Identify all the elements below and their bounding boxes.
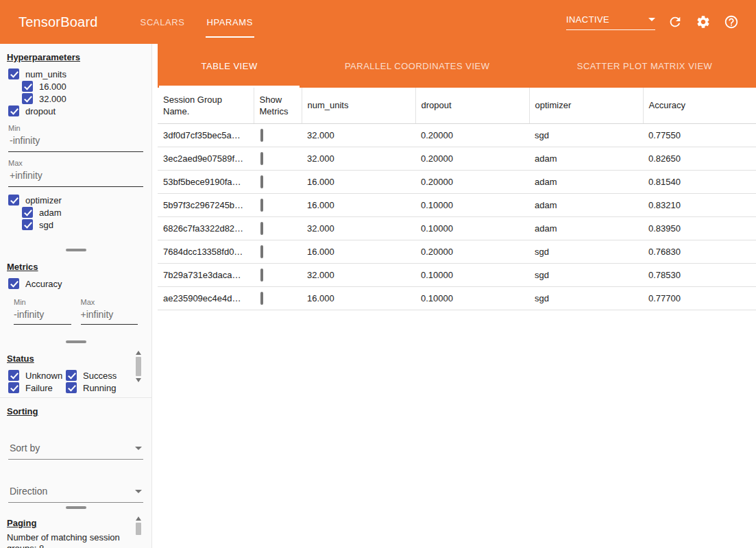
sgd-checkbox[interactable] <box>22 219 33 230</box>
dropout-cell: 0.20000 <box>415 170 529 193</box>
num-units-cell: 32.000 <box>302 147 415 170</box>
tab-table-view[interactable]: TABLE VIEW <box>158 44 301 88</box>
tab-hparams[interactable]: HPARAMS <box>196 0 265 44</box>
show-metrics-checkbox[interactable] <box>260 222 263 235</box>
checkbox-label: Success <box>83 371 117 381</box>
session-group-name-cell: 5b97f3c2967245b… <box>158 193 254 216</box>
show-metrics-checkbox[interactable] <box>260 292 263 305</box>
view-tabs: TABLE VIEW PARALLEL COORDINATES VIEW SCA… <box>158 44 756 88</box>
metric-max-label: Max <box>81 298 138 306</box>
metric-accuracy-row[interactable]: Accuracy <box>7 277 145 290</box>
num-units-cell: 16.000 <box>302 193 415 216</box>
sort-by-value: Sort by <box>10 443 40 453</box>
panel-resize-handle[interactable] <box>0 247 151 253</box>
hparam-optimizer-row[interactable]: optimizer <box>7 194 145 206</box>
col-header-show-metrics: Show Metrics <box>254 88 302 123</box>
show-metrics-checkbox[interactable] <box>260 245 263 258</box>
dashboard-tabs: SCALARS HPARAMS <box>130 0 264 44</box>
run-status-value: INACTIVE <box>566 14 609 25</box>
metric-max-input[interactable]: +infinity <box>81 306 138 325</box>
num-units-cell: 32.000 <box>302 216 415 240</box>
status-options: Unknown Success Failure Running <box>7 369 145 394</box>
session-table-body: 3df0d7cf35bec5a… 32.000 0.20000 sgd 0.77… <box>158 123 756 310</box>
show-metrics-checkbox[interactable] <box>260 152 263 165</box>
panel-resize-handle[interactable] <box>0 338 151 345</box>
failure-checkbox[interactable] <box>8 382 19 393</box>
show-metrics-cell <box>254 216 302 240</box>
panel-resize-handle[interactable] <box>0 504 151 511</box>
num-units-cell: 16.000 <box>302 286 415 310</box>
dropout-min-label: Min <box>8 124 143 132</box>
show-metrics-checkbox[interactable] <box>260 175 263 188</box>
sorting-heading: Sorting <box>7 406 145 416</box>
status-scrollbar[interactable] <box>135 351 142 395</box>
session-group-name-cell: 53bf5bece9190fa… <box>158 170 254 193</box>
scroll-up-icon[interactable] <box>136 516 141 521</box>
col-header-num-units: num_units <box>302 88 415 123</box>
status-success-row[interactable]: Success <box>64 369 145 382</box>
running-checkbox[interactable] <box>66 382 77 393</box>
hparam-sgd-row[interactable]: sgd <box>21 219 145 231</box>
hparam-value-16-row[interactable]: 16.000 <box>21 80 145 92</box>
num-units-cell: 16.000 <box>302 240 415 263</box>
table-row: 3ec2aed9e07589f… 32.000 0.20000 adam 0.8… <box>158 147 756 170</box>
metrics-heading: Metrics <box>7 262 145 272</box>
scrollbar-thumb[interactable] <box>136 357 141 376</box>
paging-scrollbar[interactable] <box>135 516 142 545</box>
optimizer-cell: sgd <box>529 123 643 147</box>
checkbox-label: Failure <box>25 383 53 393</box>
scroll-down-icon[interactable] <box>136 378 141 382</box>
show-metrics-cell <box>254 286 302 310</box>
dropout-checkbox[interactable] <box>8 105 19 116</box>
status-failure-row[interactable]: Failure <box>7 382 64 394</box>
refresh-button[interactable] <box>667 14 683 30</box>
metric-min-input[interactable]: -infinity <box>14 306 71 325</box>
sidebar: Hyperparameters num_units 16.000 32.000 … <box>0 44 152 548</box>
value-16-checkbox[interactable] <box>22 81 33 92</box>
hyperparameters-heading: Hyperparameters <box>7 52 145 62</box>
success-checkbox[interactable] <box>66 370 77 381</box>
optimizer-cell: sgd <box>529 286 643 310</box>
accuracy-cell: 0.78530 <box>643 263 756 286</box>
hparam-value-32-row[interactable]: 32.000 <box>21 92 145 105</box>
show-metrics-cell <box>254 123 302 147</box>
settings-button[interactable] <box>695 14 711 30</box>
show-metrics-checkbox[interactable] <box>260 129 263 142</box>
hparam-adam-row[interactable]: adam <box>21 206 145 219</box>
num-units-cell: 32.000 <box>302 123 415 147</box>
session-group-name-cell: ae235909ec4e4d… <box>158 286 254 310</box>
scrollbar-thumb[interactable] <box>136 523 141 535</box>
checkbox-label: num_units <box>25 69 66 79</box>
show-metrics-checkbox[interactable] <box>260 269 263 282</box>
checkbox-label: 32.000 <box>39 94 66 104</box>
table-row: 5b97f3c2967245b… 16.000 0.10000 adam 0.8… <box>158 193 756 216</box>
status-running-row[interactable]: Running <box>64 382 145 394</box>
direction-select[interactable]: Direction <box>8 482 143 503</box>
session-group-name-cell: 7b29a731e3daca… <box>158 263 254 286</box>
tab-scatter-plot-matrix-view[interactable]: SCATTER PLOT MATRIX VIEW <box>533 44 756 88</box>
hparam-dropout-row[interactable]: dropout <box>7 105 145 117</box>
value-32-checkbox[interactable] <box>22 93 33 104</box>
accuracy-cell: 0.81540 <box>643 170 756 193</box>
adam-checkbox[interactable] <box>22 207 33 218</box>
dropout-cell: 0.10000 <box>415 193 529 216</box>
accuracy-checkbox[interactable] <box>8 278 19 289</box>
sort-by-select[interactable]: Sort by <box>8 438 143 460</box>
hparam-num-units-row[interactable]: num_units <box>7 68 145 80</box>
show-metrics-checkbox[interactable] <box>260 199 263 212</box>
metrics-panel: Metrics Accuracy Min -infinity Max +infi… <box>0 253 151 338</box>
run-status-select[interactable]: INACTIVE <box>566 14 655 30</box>
dropout-min-input[interactable]: -infinity <box>8 132 143 152</box>
dropout-max-label: Max <box>8 159 143 167</box>
scroll-up-icon[interactable] <box>136 351 141 355</box>
unknown-checkbox[interactable] <box>8 370 19 381</box>
optimizer-checkbox[interactable] <box>8 195 19 206</box>
tab-parallel-coordinates-view[interactable]: PARALLEL COORDINATES VIEW <box>301 44 533 88</box>
status-unknown-row[interactable]: Unknown <box>7 369 64 382</box>
direction-value: Direction <box>10 486 47 497</box>
help-button[interactable] <box>723 14 740 30</box>
tab-scalars[interactable]: SCALARS <box>130 0 196 44</box>
dropout-max-input[interactable]: +infinity <box>8 167 143 187</box>
num-units-checkbox[interactable] <box>8 68 19 79</box>
status-panel: Status Unknown Success Failure Running <box>0 345 151 397</box>
